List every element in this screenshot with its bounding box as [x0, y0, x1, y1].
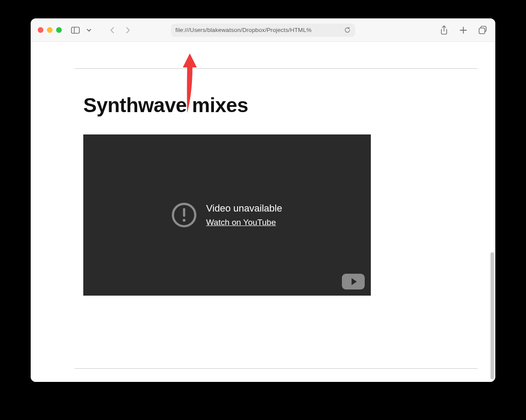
video-unavailable-message: Video unavailable Watch on YouTube — [172, 203, 282, 227]
svg-rect-0 — [71, 27, 79, 33]
share-button[interactable] — [438, 25, 450, 36]
page-content: Synthwave mixes Video unavailable Watch … — [75, 42, 478, 382]
address-bar[interactable]: file:///Users/blakewatson/Dropbox/Projec… — [171, 24, 355, 37]
minimize-window-button[interactable] — [47, 27, 53, 33]
watch-on-youtube-link[interactable]: Watch on YouTube — [206, 218, 282, 227]
chevron-left-icon — [110, 26, 115, 34]
window-controls — [38, 27, 62, 33]
plus-icon — [459, 26, 467, 34]
chevron-down-icon — [86, 28, 92, 32]
browser-window: file:///Users/blakewatson/Dropbox/Projec… — [31, 18, 495, 382]
new-tab-button[interactable] — [458, 25, 469, 36]
browser-toolbar: file:///Users/blakewatson/Dropbox/Projec… — [31, 18, 495, 42]
tab-overview-icon — [478, 26, 487, 35]
vertical-scrollbar[interactable] — [490, 252, 494, 379]
forward-button[interactable] — [122, 25, 134, 36]
sidebar-toggle-button[interactable] — [70, 25, 81, 36]
address-url: file:///Users/blakewatson/Dropbox/Projec… — [175, 27, 341, 33]
share-icon — [440, 25, 448, 35]
svg-point-6 — [183, 219, 185, 222]
scrollbar-thumb[interactable] — [490, 252, 494, 379]
reload-icon — [344, 27, 351, 33]
divider-top — [75, 68, 478, 69]
youtube-icon — [352, 278, 357, 285]
divider-bottom — [75, 368, 478, 369]
exclamation-icon — [172, 203, 196, 227]
toolbar-right-group — [438, 25, 488, 36]
video-embed[interactable]: Video unavailable Watch on YouTube — [83, 134, 371, 296]
reload-button[interactable] — [344, 27, 351, 33]
youtube-logo-button[interactable] — [342, 274, 365, 289]
svg-rect-4 — [479, 28, 485, 34]
back-button[interactable] — [107, 25, 118, 36]
zoom-window-button[interactable] — [56, 27, 62, 33]
toolbar-dropdown-button[interactable] — [85, 25, 92, 36]
video-unavailable-title: Video unavailable — [206, 203, 282, 214]
page-viewport: Synthwave mixes Video unavailable Watch … — [31, 42, 495, 382]
chevron-right-icon — [125, 26, 131, 34]
video-message-text: Video unavailable Watch on YouTube — [206, 203, 282, 227]
close-window-button[interactable] — [38, 27, 43, 33]
page-heading: Synthwave mixes — [83, 93, 478, 117]
tab-overview-button[interactable] — [477, 25, 488, 36]
sidebar-icon — [71, 27, 80, 34]
svg-rect-5 — [183, 208, 185, 217]
